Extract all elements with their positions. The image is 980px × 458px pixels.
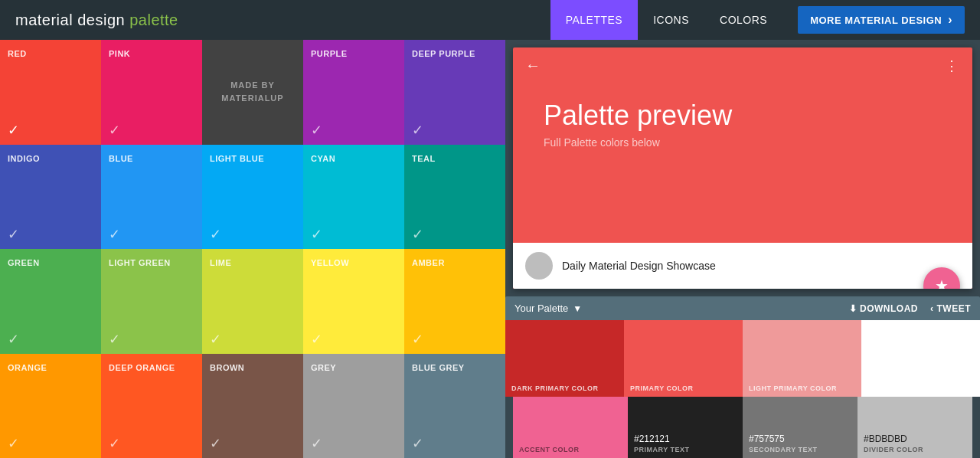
swatch2-primary-text: #212121PRIMARY TEXT	[628, 397, 743, 458]
color-name: BROWN	[210, 363, 296, 372]
more-options-icon[interactable]: ⋮	[945, 57, 960, 74]
color-cell-lime[interactable]: LIME✓	[202, 249, 303, 354]
share-icon: ‹	[930, 303, 934, 314]
logo: material design palette	[15, 11, 178, 29]
fab-button[interactable]: ★	[923, 267, 960, 289]
download-icon: ⬇	[849, 303, 858, 314]
strip-actions: ⬇ DOWNLOAD ‹ TWEET	[849, 303, 972, 314]
color-cell-orange[interactable]: ORANGE✓	[0, 354, 101, 459]
color-name: PINK	[109, 49, 194, 58]
check-icon: ✓	[311, 435, 322, 452]
check-icon: ✓	[311, 331, 322, 348]
color-name: INDIGO	[8, 154, 93, 163]
logo-material: material design	[15, 11, 129, 28]
color-name: LIGHT BLUE	[210, 154, 296, 163]
swatch-label: LIGHT PRIMARY COLOR	[749, 384, 855, 392]
main-area: RED✓PINK✓MADE BYMATERIALUPPURPLE✓DEEP PU…	[0, 40, 980, 458]
made-by-text: MADE BYMATERIALUP	[221, 79, 283, 106]
swatch-label: TEXT / ICONS	[867, 384, 974, 392]
color-cell-cyan[interactable]: CYAN✓	[303, 145, 404, 250]
color-cell-grey[interactable]: GREY✓	[303, 354, 404, 459]
swatch2-label: ACCENT COLOR	[519, 446, 622, 453]
color-cell-light-blue[interactable]: LIGHT BLUE✓	[202, 145, 303, 250]
nav-palettes[interactable]: PALETTES	[550, 0, 639, 40]
swatch2-value: #757575	[749, 433, 851, 444]
color-cell-yellow[interactable]: YELLOW✓	[303, 249, 404, 354]
color-name: LIGHT GREEN	[109, 258, 194, 267]
color-name: BLUE GREY	[412, 363, 498, 372]
nav-colors[interactable]: COLORS	[704, 0, 782, 40]
preview-content: Palette preview Full Palette colors belo…	[513, 83, 972, 243]
color-cell-blue[interactable]: BLUE✓	[101, 145, 202, 250]
color-cell-deep-purple[interactable]: DEEP PURPLE✓	[404, 40, 505, 145]
color-name: DEEP ORANGE	[109, 363, 194, 372]
color-name: CYAN	[311, 154, 397, 163]
color-cell-deep-orange[interactable]: DEEP ORANGE✓	[101, 354, 202, 459]
color-name: DEEP PURPLE	[412, 49, 498, 58]
check-icon: ✓	[210, 435, 221, 452]
color-cell-green[interactable]: GREEN✓	[0, 249, 101, 354]
color-cell-pink[interactable]: PINK✓	[101, 40, 202, 145]
color-name: AMBER	[412, 258, 498, 267]
check-icon: ✓	[109, 331, 120, 348]
color-name: PURPLE	[311, 49, 397, 58]
more-material-design-button[interactable]: MORE MATERIAL DESIGN ›	[798, 6, 965, 34]
check-icon: ✓	[109, 122, 120, 139]
swatch2-secondary-text: #757575SECONDARY TEXT	[743, 397, 858, 458]
download-button[interactable]: ⬇ DOWNLOAD	[849, 303, 919, 314]
check-icon: ✓	[210, 226, 221, 243]
color-name: YELLOW	[311, 258, 397, 267]
check-icon: ✓	[412, 226, 423, 243]
nav-icons[interactable]: ICONS	[638, 0, 704, 40]
preview-white-area: Daily Material Design Showcase ★	[513, 243, 972, 289]
check-icon: ✓	[109, 435, 120, 452]
preview-title: Palette preview	[544, 99, 942, 132]
check-icon: ✓	[210, 331, 221, 348]
color-name: ORANGE	[8, 363, 93, 372]
color-cell-purple[interactable]: PURPLE✓	[303, 40, 404, 145]
logo-palette: palette	[129, 11, 178, 28]
chevron-down-icon: ▼	[573, 303, 582, 314]
color-swatches-secondary: ACCENT COLOR#212121PRIMARY TEXT#757575SE…	[513, 397, 972, 458]
check-icon: ✓	[8, 435, 19, 452]
color-name: BLUE	[109, 154, 194, 163]
color-cell-made-by[interactable]: MADE BYMATERIALUP	[202, 40, 303, 145]
color-name: RED	[8, 49, 93, 58]
color-swatches-primary: DARK PRIMARY COLORPRIMARY COLORLIGHT PRI…	[505, 320, 980, 397]
color-name: TEAL	[412, 154, 498, 163]
check-icon: ✓	[8, 331, 19, 348]
color-cell-teal[interactable]: TEAL✓	[404, 145, 505, 250]
color-cell-indigo[interactable]: INDIGO✓	[0, 145, 101, 250]
palette-grid: RED✓PINK✓MADE BYMATERIALUPPURPLE✓DEEP PU…	[0, 40, 505, 458]
color-cell-light-green[interactable]: LIGHT GREEN✓	[101, 249, 202, 354]
swatch2-label: PRIMARY TEXT	[634, 446, 737, 453]
color-cell-amber[interactable]: AMBER✓	[404, 249, 505, 354]
check-icon: ✓	[412, 331, 423, 348]
right-panel: ← ⋮ Palette preview Full Palette colors …	[505, 40, 980, 458]
swatch2-value: #212121	[634, 433, 737, 444]
your-palette-label[interactable]: Your Palette ▼	[514, 303, 582, 314]
swatch-dark-primary-color: DARK PRIMARY COLOR	[505, 320, 624, 397]
color-cell-blue-grey[interactable]: BLUE GREY✓	[404, 354, 505, 459]
star-icon: ★	[935, 276, 949, 289]
palette-strip-header: Your Palette ▼ ⬇ DOWNLOAD ‹ TWEET	[505, 296, 980, 320]
swatch-label: PRIMARY COLOR	[630, 384, 737, 392]
header: material design palette PALETTES ICONS C…	[0, 0, 980, 40]
check-icon: ✓	[8, 122, 19, 139]
swatch-light-primary-color: LIGHT PRIMARY COLOR	[743, 320, 861, 397]
back-icon[interactable]: ←	[525, 57, 541, 74]
check-icon: ✓	[412, 435, 423, 452]
swatch2-divider-color: #BDBDBDDIVIDER COLOR	[858, 397, 972, 458]
tweet-button[interactable]: ‹ TWEET	[930, 303, 971, 314]
arrow-right-icon: ›	[948, 13, 952, 27]
swatch-label: DARK PRIMARY COLOR	[511, 384, 618, 392]
color-name: GREEN	[8, 258, 93, 267]
color-cell-red[interactable]: RED✓	[0, 40, 101, 145]
preview-item-dot	[525, 252, 553, 280]
color-name: LIME	[210, 258, 296, 267]
check-icon: ✓	[109, 226, 120, 243]
check-icon: ✓	[412, 122, 423, 139]
swatch2-label: SECONDARY TEXT	[749, 446, 851, 453]
check-icon: ✓	[311, 122, 322, 139]
color-cell-brown[interactable]: BROWN✓	[202, 354, 303, 459]
